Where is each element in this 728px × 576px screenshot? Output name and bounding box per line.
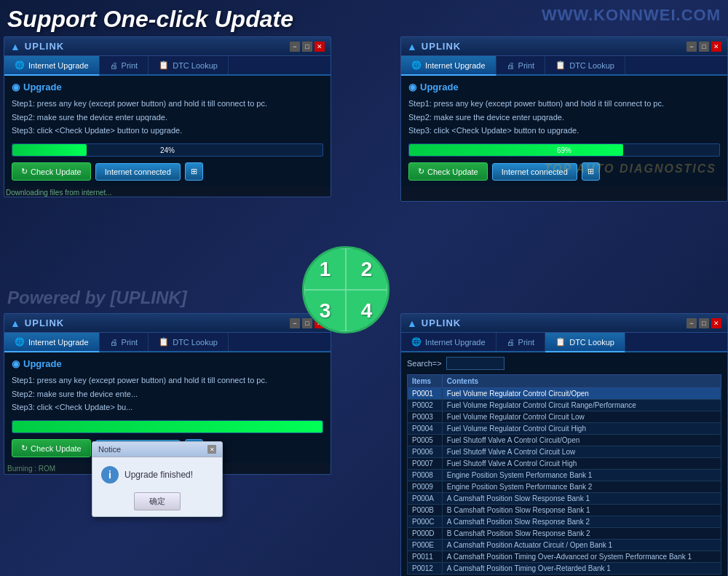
maximize-button-2[interactable]: □ xyxy=(699,42,709,52)
brand-label: WWW.KONNWEI.COM xyxy=(542,6,721,25)
notice-message: Upgrade finished! xyxy=(124,470,193,480)
check-update-button-1[interactable]: ↻ Check Update xyxy=(12,162,91,181)
progress-text-1: 24% xyxy=(160,146,175,154)
refresh-icon-2: ↻ xyxy=(418,167,424,176)
window-3-title: UPLINK xyxy=(25,317,64,328)
tab-3-print[interactable]: 🖨 Print xyxy=(100,333,149,351)
search-label: Search=> xyxy=(407,359,442,368)
dtc-item-code: P0004 xyxy=(408,423,443,435)
dtc-icon-2: 📋 xyxy=(555,60,566,70)
table-row[interactable]: P0001Fuel Volume Regulator Control Circu… xyxy=(408,388,721,400)
dtc-item-content: Fuel Volume Regulator Control Circuit Ra… xyxy=(442,400,721,411)
dtc-item-content: Fuel Volume Regulator Control Circuit Lo… xyxy=(442,411,721,423)
notice-info-icon: i xyxy=(101,466,119,484)
minimize-button-1[interactable]: − xyxy=(290,42,300,52)
minimize-button-3[interactable]: − xyxy=(290,318,300,328)
progress-bar-2: 69% xyxy=(408,143,720,157)
table-row[interactable]: P000AA Camshaft Position Slow Response B… xyxy=(408,493,721,505)
search-row: Search=> xyxy=(407,357,721,370)
dtc-item-code: P0011 xyxy=(408,551,443,563)
circle-icon-2: ◉ xyxy=(408,82,416,92)
minimize-button-2[interactable]: − xyxy=(687,42,697,52)
close-button-1[interactable]: ✕ xyxy=(314,42,325,52)
table-row[interactable]: P0009Engine Position System Performance … xyxy=(408,481,721,493)
dtc-item-content: A Camshaft Position Actuator Circuit / O… xyxy=(442,540,721,551)
tab-2-internet-upgrade[interactable]: 🌐 Internet Upgrade xyxy=(401,56,496,76)
screen-icon-button-1[interactable]: ⊞ xyxy=(185,162,203,181)
close-button-4[interactable]: ✕ xyxy=(711,318,721,328)
close-button-2[interactable]: ✕ xyxy=(711,42,721,52)
notice-ok-button[interactable]: 确定 xyxy=(134,492,181,510)
upgrade-steps-1: Step1: press any key (except power butto… xyxy=(12,97,323,138)
dtc-item-content: Fuel Shutoff Valve A Control Circuit Low xyxy=(442,446,721,458)
tab-3-dtc-lookup[interactable]: 📋 DTC Lookup xyxy=(149,333,229,351)
window-4-title: UPLINK xyxy=(422,317,461,328)
dtc-item-content: Engine Position System Performance Bank … xyxy=(442,470,721,481)
dtc-item-content: A Camshaft Position Slow Response Bank 2 xyxy=(442,516,721,528)
watermark: TOP AUTO DIAGNOSTICS xyxy=(545,162,716,175)
dtc-item-code: P0005 xyxy=(408,435,443,446)
refresh-icon-3: ↻ xyxy=(21,443,28,453)
table-row[interactable]: P000EA Camshaft Position Actuator Circui… xyxy=(408,540,721,551)
window-4-titlebar: ▲ UPLINK − □ ✕ xyxy=(401,314,727,333)
check-update-button-3[interactable]: ↻ Check Update xyxy=(12,439,91,457)
internet-connected-button-1[interactable]: Internet connected xyxy=(95,163,181,181)
check-update-button-2[interactable]: ↻ Check Update xyxy=(408,162,488,181)
maximize-button-1[interactable]: □ xyxy=(302,42,312,52)
table-row[interactable]: P0007Fuel Shutoff Valve A Control Circui… xyxy=(408,458,721,470)
uplink-icon-1: ▲ xyxy=(10,41,20,52)
upgrade-steps-2: Step1: press any key (except power butto… xyxy=(408,97,720,138)
tab-3-internet-upgrade[interactable]: 🌐 Internet Upgrade xyxy=(4,333,100,352)
print-icon: 🖨 xyxy=(110,61,118,70)
window-4-tab-bar: 🌐 Internet Upgrade 🖨 Print 📋 DTC Lookup xyxy=(401,333,727,352)
notice-close[interactable]: ✕ xyxy=(207,445,216,454)
progress-bar-1: 24% xyxy=(12,143,323,157)
table-row[interactable]: P0006Fuel Shutoff Valve A Control Circui… xyxy=(408,446,721,458)
table-row[interactable]: P0002Fuel Volume Regulator Control Circu… xyxy=(408,400,721,411)
table-row[interactable]: P000CA Camshaft Position Slow Response B… xyxy=(408,516,721,528)
tab-1-internet-upgrade[interactable]: 🌐 Internet Upgrade xyxy=(4,56,100,76)
tab-2-print[interactable]: 🖨 Print xyxy=(496,56,546,74)
quadrant-circle: 1 2 3 4 xyxy=(302,246,389,334)
tab-1-dtc-lookup[interactable]: 📋 DTC Lookup xyxy=(149,56,229,74)
table-row[interactable]: P0004Fuel Volume Regulator Control Circu… xyxy=(408,423,721,435)
dtc-item-content: Fuel Volume Regulator Control Circuit Hi… xyxy=(442,423,721,435)
uplink-icon-2: ▲ xyxy=(407,41,417,52)
tab-4-dtc-lookup[interactable]: 📋 DTC Lookup xyxy=(545,333,625,352)
dtc-item-code: P000D xyxy=(408,528,443,540)
window-4-content: Search=> Items Contents P0001Fuel Volume… xyxy=(401,352,727,576)
status-1: Downloading files from internet... xyxy=(4,186,331,197)
table-row[interactable]: P000BB Camshaft Position Slow Response B… xyxy=(408,505,721,516)
print-icon-2: 🖨 xyxy=(507,61,515,70)
search-input[interactable] xyxy=(446,357,505,370)
progress-fill-2 xyxy=(409,144,623,156)
dtc-item-content: A Camshaft Position Timing Over-Retarded… xyxy=(442,563,721,575)
minimize-button-4[interactable]: − xyxy=(687,318,697,328)
notice-dialog: Notice ✕ i Upgrade finished! 确定 xyxy=(92,441,223,517)
tab-1-print[interactable]: 🖨 Print xyxy=(100,56,149,74)
dtc-item-code: P000B xyxy=(408,505,443,516)
maximize-button-3[interactable]: □ xyxy=(302,318,312,328)
window-2: ▲ UPLINK − □ ✕ 🌐 Internet Upgrade 🖨 Prin… xyxy=(400,36,728,202)
window-1-content: ◉ Upgrade Step1: press any key (except p… xyxy=(4,76,331,186)
table-row[interactable]: P0005Fuel Shutoff Valve A Control Circui… xyxy=(408,435,721,446)
table-row[interactable]: P0011A Camshaft Position Timing Over-Adv… xyxy=(408,551,721,563)
table-row[interactable]: P0003Fuel Volume Regulator Control Circu… xyxy=(408,411,721,423)
table-row[interactable]: P0008Engine Position System Performance … xyxy=(408,470,721,481)
dtc-item-code: P000E xyxy=(408,540,443,551)
window-2-tab-bar: 🌐 Internet Upgrade 🖨 Print 📋 DTC Lookup xyxy=(401,56,727,76)
notice-titlebar: Notice ✕ xyxy=(92,442,222,457)
table-row[interactable]: P0012A Camshaft Position Timing Over-Ret… xyxy=(408,563,721,575)
dtc-item-code: P0009 xyxy=(408,481,443,493)
table-row[interactable]: P000DB Camshaft Position Slow Response B… xyxy=(408,528,721,540)
window-1-tab-bar: 🌐 Internet Upgrade 🖨 Print 📋 DTC Lookup xyxy=(4,56,331,76)
dtc-item-content: Fuel Volume Regulator Control Circuit/Op… xyxy=(442,388,721,400)
window-3-titlebar: ▲ UPLINK − □ ✕ xyxy=(4,314,331,333)
dtc-item-code: P0007 xyxy=(408,458,443,470)
tab-2-dtc-lookup[interactable]: 📋 DTC Lookup xyxy=(545,56,625,74)
tab-4-print[interactable]: 🖨 Print xyxy=(496,333,546,351)
powered-by-label: Powered by [UPLINK] xyxy=(7,288,187,308)
maximize-button-4[interactable]: □ xyxy=(699,318,709,328)
tab-4-internet-upgrade[interactable]: 🌐 Internet Upgrade xyxy=(401,333,496,351)
window-1-title: UPLINK xyxy=(25,41,64,52)
